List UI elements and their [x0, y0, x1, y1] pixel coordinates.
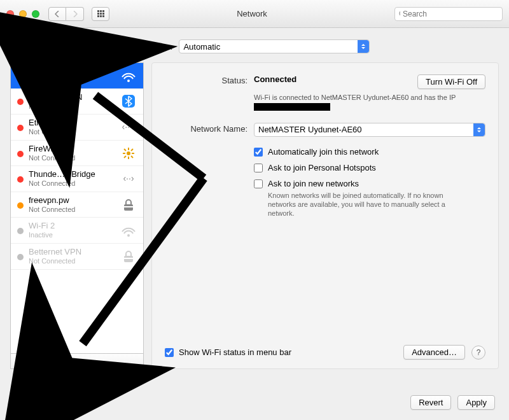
service-status: Not Connected [29, 179, 114, 188]
status-dot [17, 202, 24, 209]
sidebar-footer: + − [11, 353, 143, 368]
service-name: FireWire [29, 144, 114, 154]
wifi-icon [119, 67, 138, 84]
add-service-button[interactable]: + [11, 354, 30, 368]
search-icon [399, 10, 400, 18]
status-label: Status: [165, 74, 254, 111]
ask-new-checkbox[interactable] [254, 179, 263, 188]
zoom-window[interactable] [32, 10, 39, 18]
service-name: Thunde…lt Bridge [29, 170, 114, 179]
main-content: Wi-FiConnectedBluetooth PANNot Connected… [0, 62, 509, 369]
svg-rect-16 [124, 206, 133, 207]
auto-join-checkbox[interactable] [254, 148, 263, 157]
wifi-grey-icon [119, 222, 138, 239]
service-status: Not Connected [29, 154, 114, 162]
service-status: Inactive [29, 231, 114, 239]
service-text: freevpn.pwNot Connected [29, 196, 114, 214]
service-row-bluetooth-pan[interactable]: Bluetooth PANNot Connected [11, 89, 143, 115]
status-dot [17, 254, 24, 260]
apply-button[interactable]: Apply [457, 395, 495, 410]
thunderbolt-icon: ‹··› [119, 171, 138, 187]
service-row-wi-fi[interactable]: Wi-FiConnected [11, 63, 143, 89]
network-name-select[interactable]: NetMASTER Uydunet-AE60 [254, 123, 485, 137]
show-all-button[interactable] [92, 7, 109, 21]
svg-text:‹··›: ‹··› [123, 173, 134, 183]
service-list[interactable]: Wi-FiConnectedBluetooth PANNot Connected… [11, 63, 143, 353]
service-status: Not Connected [29, 257, 114, 265]
forward-button[interactable] [66, 7, 84, 21]
window-actions: Revert Apply [410, 395, 495, 410]
status-description: Wi-Fi is connected to NetMASTER Uydunet-… [254, 93, 485, 111]
status-dot [17, 125, 24, 131]
detail-footer: Show Wi-Fi status in menu bar Advanced… … [165, 345, 485, 360]
ask-new-label: Ask to join new networks [268, 179, 359, 188]
redacted-ip [254, 103, 330, 111]
close-window[interactable] [6, 10, 14, 18]
status-dot [17, 176, 24, 183]
service-row-wi-fi-2[interactable]: Wi-Fi 2Inactive [11, 218, 143, 244]
minimize-window[interactable] [19, 10, 27, 18]
ask-hotspot-checkbox[interactable] [254, 164, 263, 172]
revert-button[interactable]: Revert [410, 395, 451, 410]
service-row-freevpn-pw[interactable]: freevpn.pwNot Connected [11, 192, 143, 218]
help-button[interactable]: ? [471, 346, 485, 360]
remove-service-button[interactable]: − [30, 354, 49, 368]
status-dot [17, 99, 24, 105]
service-status: Not Connected [29, 206, 114, 214]
service-status: Connected [29, 76, 114, 85]
gear-icon [53, 358, 64, 365]
status-dot [17, 73, 24, 80]
svg-line-12 [131, 149, 133, 151]
window-controls [6, 10, 39, 18]
auto-join-label: Automatically join this network [268, 147, 379, 157]
service-name: freevpn.pw [29, 196, 114, 206]
bluetooth-icon [119, 93, 138, 109]
service-text: Wi-FiConnected [29, 67, 114, 85]
service-row-thunde-lt-bridge[interactable]: Thunde…lt BridgeNot Connected‹··› [11, 166, 143, 192]
nav-back-forward [48, 7, 84, 21]
service-name: Betternet VPN [29, 248, 114, 257]
service-status: Not Connected [29, 128, 114, 136]
service-name: Bluetooth PAN [29, 93, 114, 102]
location-select[interactable]: Automatic [179, 39, 370, 53]
svg-text:‹···›: ‹···› [122, 122, 136, 132]
location-row: Location: Automatic [0, 28, 509, 62]
search-input[interactable] [403, 10, 498, 18]
ask-new-description: Known networks will be joined automatica… [268, 191, 459, 218]
advanced-button[interactable]: Advanced… [403, 345, 465, 360]
service-row-ethernet[interactable]: EthernetNot Connected‹···› [11, 115, 143, 141]
svg-rect-19 [124, 258, 133, 259]
ethernet-icon: ‹···› [119, 119, 138, 136]
network-name-value: NetMASTER Uydunet-AE60 [258, 125, 362, 134]
service-text: Wi-Fi 2Inactive [29, 221, 114, 239]
service-status: Not Connected [29, 102, 114, 111]
service-row-betternet-vpn[interactable]: Betternet VPNNot Connected [11, 244, 143, 270]
status-dot [17, 228, 24, 234]
back-button[interactable] [48, 7, 66, 21]
service-sidebar: Wi-FiConnectedBluetooth PANNot Connected… [10, 62, 144, 369]
svg-point-0 [400, 11, 400, 16]
toggle-wifi-button[interactable]: Turn Wi-Fi Off [417, 74, 485, 89]
titlebar: Network [0, 0, 509, 28]
search-field[interactable] [394, 7, 503, 21]
ask-hotspot-label: Ask to join Personal Hotspots [268, 163, 376, 172]
service-text: EthernetNot Connected [29, 118, 114, 136]
service-name: Wi-Fi [29, 67, 114, 76]
svg-point-21 [56, 361, 57, 362]
service-text: Thunde…lt BridgeNot Connected [29, 170, 114, 188]
show-menubar-checkbox[interactable] [165, 348, 174, 357]
svg-point-2 [127, 80, 130, 82]
vpn-grey-icon [119, 248, 138, 265]
service-row-firewire[interactable]: FireWireNot Connected [11, 141, 143, 167]
chevron-updown-icon [473, 123, 485, 136]
svg-point-17 [127, 234, 130, 237]
footer-spacer [68, 354, 143, 368]
service-actions-menu[interactable] [49, 354, 68, 368]
detail-panel: Status: Connected Turn Wi-Fi Off Wi-Fi i… [151, 62, 499, 369]
firewire-icon [119, 145, 138, 162]
location-value: Automatic [183, 42, 220, 52]
svg-line-13 [124, 156, 126, 158]
svg-line-10 [124, 149, 126, 151]
network-name-label: Network Name: [165, 123, 254, 225]
status-dot [17, 151, 24, 157]
